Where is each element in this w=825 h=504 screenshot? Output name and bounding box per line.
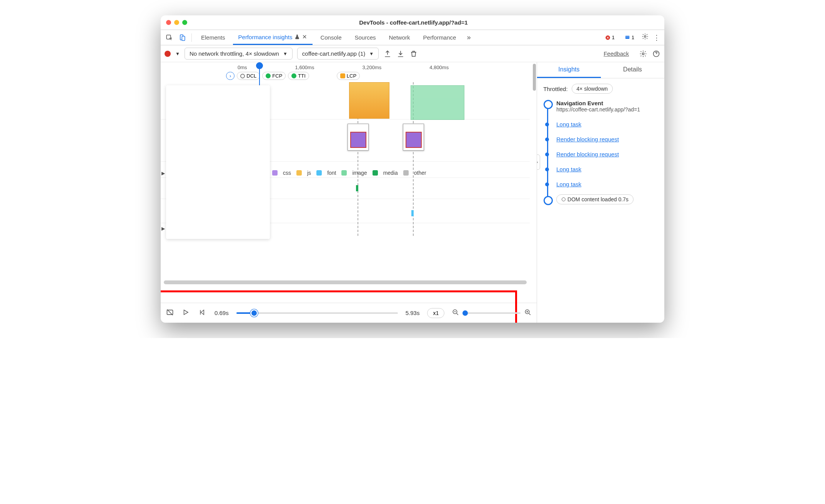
kebab-menu-icon[interactable]: ⋮ xyxy=(652,33,661,42)
recording-dropdown[interactable]: coffee-cart.netlify.app (1) ▼ xyxy=(297,48,379,60)
insight-dom-content-loaded[interactable]: DOM content loaded 0.7s xyxy=(556,196,658,202)
issues-count: 1 xyxy=(632,35,634,40)
close-tab-icon[interactable]: ✕ xyxy=(302,33,307,40)
collapse-toggle[interactable]: ▶ xyxy=(161,171,165,176)
tab-console[interactable]: Console xyxy=(315,30,347,45)
marker-lcp[interactable]: LCP xyxy=(337,72,360,80)
marker-tti[interactable]: TTI xyxy=(288,72,309,80)
playback-speed-button[interactable]: x1 xyxy=(427,308,444,318)
throttling-dropdown[interactable]: No network throttling, 4× slowdown ▼ xyxy=(185,48,293,60)
tab-elements[interactable]: Elements xyxy=(196,30,231,45)
playback-end-time: 5.93s xyxy=(406,310,420,316)
tab-network[interactable]: Network xyxy=(384,30,416,45)
zoom-slider[interactable] xyxy=(463,312,521,314)
marker-offscreen[interactable]: › xyxy=(226,72,235,80)
zoom-controls xyxy=(452,309,531,317)
zoom-out-icon[interactable] xyxy=(452,309,459,317)
time-ruler: 0ms 1,600ms 3,200ms 4,800ms xyxy=(161,62,537,70)
flask-icon xyxy=(294,34,300,40)
collapse-toggle[interactable]: ▶ xyxy=(161,226,165,231)
throttled-label: Throttled: xyxy=(543,86,567,92)
insight-long-task[interactable]: Long task xyxy=(556,121,658,128)
panel-settings-icon[interactable] xyxy=(639,50,647,58)
insight-link[interactable]: Long task xyxy=(556,166,581,172)
insight-link[interactable]: Render blocking request xyxy=(556,136,619,143)
ruler-tick: 1,600ms xyxy=(295,65,314,70)
screenshot-thumbnail[interactable] xyxy=(403,124,424,151)
side-panel-tabs: Insights Details xyxy=(537,62,664,78)
playback-slider-thumb[interactable] xyxy=(250,309,258,317)
inspect-element-icon[interactable] xyxy=(164,32,175,43)
throttled-chip[interactable]: 4× slowdown xyxy=(572,84,613,94)
insight-link[interactable]: Render blocking request xyxy=(556,151,619,158)
settings-icon[interactable] xyxy=(640,33,650,42)
insight-long-task[interactable]: Long task xyxy=(556,166,658,172)
circle-icon xyxy=(561,197,566,202)
export-icon[interactable] xyxy=(383,50,392,58)
svg-rect-4 xyxy=(625,36,630,39)
vertical-scrollbar[interactable] xyxy=(533,64,536,91)
dcl-chip[interactable]: DOM content loaded 0.7s xyxy=(556,194,634,204)
svg-point-11 xyxy=(562,198,566,201)
timing-markers-row: › DCL FCP TTI LCP xyxy=(161,72,537,80)
zoom-window-button[interactable] xyxy=(182,20,187,25)
playback-start-time: 0.69s xyxy=(215,310,229,316)
insight-render-blocking[interactable]: Render blocking request xyxy=(556,136,658,143)
issues-count-badge[interactable]: 1 xyxy=(622,34,637,41)
request-bar-media[interactable] xyxy=(356,185,358,191)
insight-long-task[interactable]: Long task xyxy=(556,181,658,187)
tab-details[interactable]: Details xyxy=(601,62,664,78)
insight-navigation-event[interactable]: Navigation Event https://coffee-cart.net… xyxy=(556,100,658,113)
tab-sources[interactable]: Sources xyxy=(349,30,381,45)
record-options-caret[interactable]: ▼ xyxy=(175,51,180,56)
collapse-sidepanel-button[interactable]: › xyxy=(537,154,540,170)
svg-point-6 xyxy=(642,53,644,55)
tab-insights[interactable]: Insights xyxy=(537,62,600,78)
legend-css: css xyxy=(283,170,291,176)
insight-link[interactable]: Long task xyxy=(556,181,581,187)
zoom-slider-thumb[interactable] xyxy=(462,310,468,316)
tab-performance-insights[interactable]: Performance insights ✕ xyxy=(233,30,313,45)
toggle-screenshots-icon[interactable] xyxy=(166,308,175,318)
timeline-canvas[interactable]: 0ms 1,600ms 3,200ms 4,800ms › DCL FCP TT… xyxy=(161,62,537,303)
horizontal-scrollbar[interactable] xyxy=(164,280,527,284)
legend-js: js xyxy=(307,170,311,176)
playback-slider[interactable] xyxy=(236,312,398,314)
titlebar: DevTools - coffee-cart.netlify.app/?ad=1 xyxy=(161,15,664,30)
help-icon[interactable] xyxy=(652,50,660,58)
close-window-button[interactable] xyxy=(166,20,171,25)
screenshot-thumbnail[interactable] xyxy=(348,124,369,151)
playback-bar: 0.69s 5.93s x1 xyxy=(161,303,537,323)
layout-shift-block[interactable] xyxy=(349,82,389,119)
svg-rect-2 xyxy=(182,36,185,40)
minimize-window-button[interactable] xyxy=(174,20,179,25)
ruler-tick: 4,800ms xyxy=(429,65,449,70)
insight-link[interactable]: Long task xyxy=(556,121,581,128)
import-icon[interactable] xyxy=(396,50,405,58)
tab-performance[interactable]: Performance xyxy=(418,30,462,45)
play-icon[interactable] xyxy=(182,309,191,317)
insight-render-blocking[interactable]: Render blocking request xyxy=(556,151,658,158)
legend-image: image xyxy=(352,170,367,176)
delete-icon[interactable] xyxy=(409,50,418,58)
legend-font: font xyxy=(327,170,336,176)
zoom-in-icon[interactable] xyxy=(524,309,531,317)
dcl-time: 0.7s xyxy=(618,196,628,202)
insights-toolbar: ▼ No network throttling, 4× slowdown ▼ c… xyxy=(161,45,664,62)
error-count-badge[interactable]: 1 xyxy=(603,34,617,41)
marker-fcp[interactable]: FCP xyxy=(262,72,286,80)
error-icon xyxy=(605,35,610,40)
device-toolbar-icon[interactable] xyxy=(177,32,188,43)
record-button[interactable] xyxy=(165,51,171,57)
skip-back-icon[interactable] xyxy=(198,309,207,317)
marker-dcl[interactable]: DCL xyxy=(237,72,260,80)
throttling-dropdown-label: No network throttling, 4× slowdown xyxy=(190,50,279,57)
feedback-link[interactable]: Feedback xyxy=(604,50,629,57)
timeline-panel: 0ms 1,600ms 3,200ms 4,800ms › DCL FCP TT… xyxy=(161,62,537,323)
traffic-lights xyxy=(166,20,187,25)
image-block[interactable] xyxy=(411,85,464,120)
more-tabs-button[interactable]: » xyxy=(464,33,474,41)
request-bar-font[interactable] xyxy=(411,210,414,216)
insight-url: https://coffee-cart.netlify.app/?ad=1 xyxy=(556,106,658,113)
message-icon xyxy=(625,35,630,40)
